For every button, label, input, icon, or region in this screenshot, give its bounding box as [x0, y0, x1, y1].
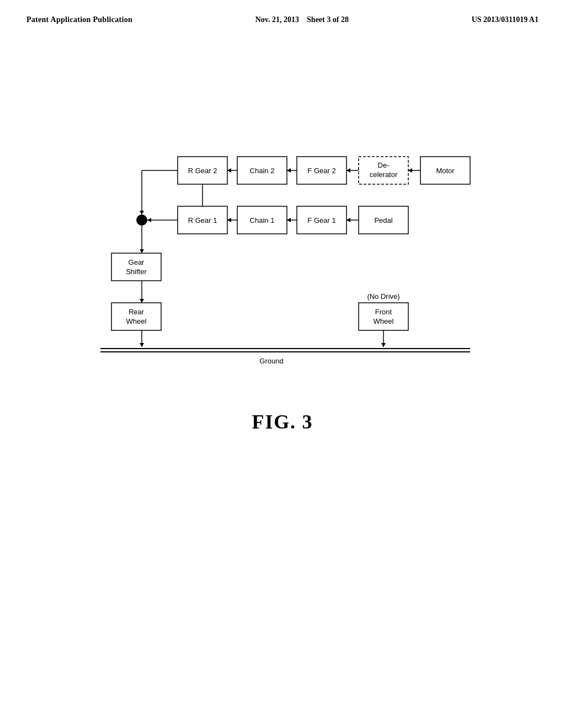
rear-wheel-box [111, 303, 161, 330]
figure-label: FIG. 3 [0, 410, 565, 433]
header-date: Nov. 21, 2013 [255, 15, 299, 24]
header-sheet: Sheet 3 of 28 [307, 15, 349, 24]
chain2-label: Chain 2 [250, 167, 275, 175]
arrowhead-fg2-ch2 [287, 168, 291, 173]
front-wheel-box [359, 303, 408, 330]
arrowhead-rg2-junc [140, 211, 144, 215]
arrowhead-fw-ground [381, 343, 386, 347]
gear-shifter-label1: Gear [129, 258, 145, 266]
f-gear2-label: F Gear 2 [307, 167, 335, 175]
arrowhead-rg1-junc [147, 218, 151, 222]
header-publication-label: Patent Application Publication [26, 15, 132, 24]
arrowhead-ch2-rg2 [227, 168, 231, 173]
junction-dot [136, 215, 147, 226]
diagram-area: Motor De- celerator F Gear 2 Chain 2 R G… [0, 146, 565, 377]
ground-label: Ground [259, 357, 283, 365]
rear-wheel-label1: Rear [129, 308, 145, 316]
gear-shifter-label2: Shifter [126, 267, 147, 276]
arrowhead-dec-fg2 [347, 168, 350, 173]
r-gear2-label: R Gear 2 [188, 167, 217, 175]
rear-wheel-label2: Wheel [126, 317, 147, 325]
pedal-label: Pedal [374, 216, 392, 224]
chain1-label: Chain 1 [250, 216, 275, 224]
diagram-svg: Motor De- celerator F Gear 2 Chain 2 R G… [56, 146, 509, 377]
gear-shifter-box [111, 253, 161, 281]
arrowhead-gs-rw [140, 299, 144, 303]
decelerator-label: De- [378, 161, 390, 169]
page-header: Patent Application Publication Nov. 21, … [0, 0, 565, 24]
arrowhead-junc-gs [140, 249, 144, 253]
arrowhead-motor-dec [408, 168, 412, 173]
no-drive-label: (No Drive) [367, 292, 399, 301]
arrowhead-rw-ground [140, 343, 144, 347]
decelerator-label2: celerator [370, 170, 398, 179]
header-date-sheet: Nov. 21, 2013 Sheet 3 of 28 [255, 15, 349, 24]
r-gear1-label: R Gear 1 [188, 216, 217, 224]
arrowhead-ch1-rg1 [227, 218, 231, 222]
f-gear1-label: F Gear 1 [307, 216, 335, 224]
front-wheel-label1: Front [375, 308, 392, 316]
motor-label: Motor [436, 167, 455, 175]
header-patent-number: US 2013/0311019 A1 [472, 15, 539, 24]
arrowhead-pedal-fg1 [347, 218, 350, 222]
arrowhead-fg1-ch1 [287, 218, 291, 222]
front-wheel-label2: Wheel [374, 317, 394, 325]
